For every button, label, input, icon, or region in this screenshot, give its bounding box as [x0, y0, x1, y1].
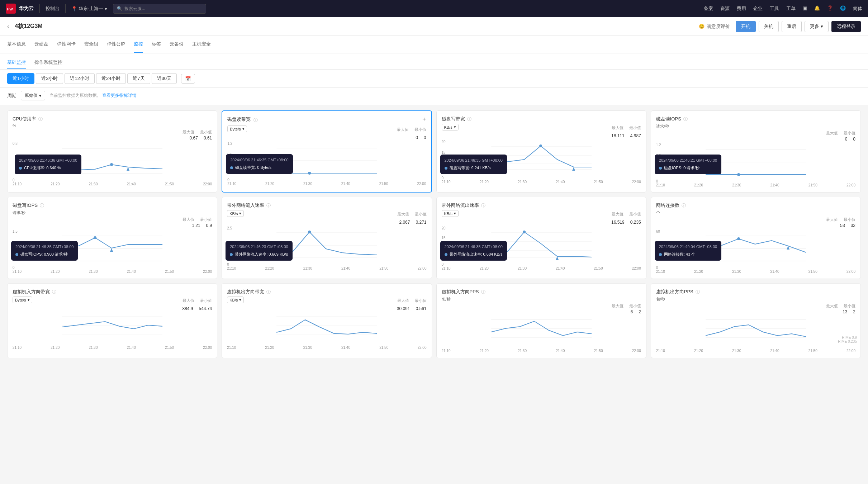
vm-out-bw-title: 虚拟机出方向带宽 [227, 289, 264, 295]
vm-in-pps-info-icon[interactable]: ⓘ [481, 289, 485, 295]
disk-write-bw-info-icon[interactable]: ⓘ [467, 116, 471, 122]
nav-link-enterprise[interactable]: 企业 [753, 5, 763, 12]
vm-in-pps-min: 2 [639, 309, 641, 314]
search-icon: 🔍 [117, 6, 122, 11]
svg-point-30 [308, 231, 311, 233]
vm-in-bw-unit-selector[interactable]: Byte/s▾ [13, 296, 32, 303]
vm-out-pps-x-axis: 21:1021:2021:3021:4021:5022:00 [656, 349, 855, 353]
tab-security-group[interactable]: 安全组 [84, 36, 98, 53]
vm-out-bw-info-icon[interactable]: ⓘ [266, 289, 271, 295]
period-selector[interactable]: 原始值 ▾ [21, 91, 45, 100]
net-in-unit-selector[interactable]: KB/s▾ [227, 210, 244, 217]
more-button[interactable]: 更多 ▾ [805, 21, 829, 32]
chart-net-conn: 网络连接数 ⓘ 个 最大值最小值 53 32 60 40 [651, 197, 861, 279]
svg-point-41 [737, 237, 740, 240]
vm-out-bw-min: 0.561 [416, 306, 426, 311]
net-conn-info-icon[interactable]: ⓘ [682, 203, 686, 209]
top-navigation: HW 华为云 控制台 📍 华东-上海一 ▾ 🔍 搜索云服... 备案 资源 费用… [0, 0, 868, 17]
tab-security[interactable]: 主机安全 [192, 36, 211, 53]
disk-read-iops-title: 磁盘读IOPS [656, 116, 681, 122]
sub-tab-os-monitor[interactable]: 操作系统监控 [34, 59, 62, 69]
tab-disk[interactable]: 云硬盘 [34, 36, 48, 53]
vm-out-bw-x-axis: 21:1021:2021:3021:4021:5022:00 [227, 346, 426, 350]
vm-out-pps-min: 2 [853, 309, 855, 314]
disk-write-iops-x-axis: 21:1021:2021:3021:4021:5022:00 [13, 270, 212, 274]
sub-tab-navigation: 基础监控 操作系统监控 [0, 53, 868, 70]
more-metrics-link[interactable]: 查看更多指标详情 [102, 93, 137, 98]
chevron-down-icon: ▾ [105, 6, 107, 11]
disk-write-iops-info-icon[interactable]: ⓘ [40, 203, 44, 209]
tab-tags[interactable]: 标签 [152, 36, 161, 53]
cpu-info-icon[interactable]: ⓘ [38, 116, 43, 122]
search-bar[interactable]: 🔍 搜索云服... [113, 4, 206, 14]
vm-out-pps-svg [656, 316, 855, 341]
calendar-button[interactable]: 📅 [181, 74, 195, 84]
bell-icon[interactable]: 🔔 [814, 5, 820, 12]
disk-read-iops-x-axis: 21:1021:2021:3021:4021:5022:00 [656, 183, 855, 187]
nav-link-fee[interactable]: 费用 [737, 5, 746, 12]
time-btn-24h[interactable]: 近24小时 [96, 73, 126, 84]
vm-in-bw-svg [13, 313, 212, 338]
chevron-down-icon: ▾ [821, 24, 823, 29]
nav-link-resource[interactable]: 资源 [720, 5, 730, 12]
net-conn-tooltip: 2024/09/06 21:49:04 GMT+08:00 网络连接数: 43 … [655, 241, 721, 261]
cpu-min-label: 最小值 [200, 129, 212, 135]
back-button[interactable]: ‹ [7, 23, 9, 30]
start-button[interactable]: 开机 [736, 21, 756, 32]
tab-monitor[interactable]: 监控 [134, 36, 143, 53]
brand-name: 华为云 [19, 5, 34, 12]
tab-navigation: 基本信息 云硬盘 弹性网卡 安全组 弹性公IP 监控 标签 云备份 主机安全 [0, 36, 868, 53]
vm-out-pps-title: 虚拟机出方向PPS [656, 289, 693, 295]
nav-link-console[interactable]: ▣ [803, 5, 807, 12]
svg-point-20 [737, 173, 740, 176]
sub-tab-basic-monitor[interactable]: 基础监控 [7, 59, 26, 69]
net-in-tooltip: 2024/09/06 21:46:23 GMT+08:00 带外网络流入速率: … [226, 241, 292, 261]
question-icon[interactable]: ❓ [827, 5, 833, 12]
more-label: 更多 [810, 23, 819, 30]
tab-eip[interactable]: 弹性公IP [107, 36, 125, 53]
vm-in-bw-info-icon[interactable]: ⓘ [52, 289, 56, 295]
disk-read-bw-unit-selector[interactable]: Byte/s▾ [227, 125, 247, 132]
region-selector[interactable]: 📍 华东-上海一 ▾ [71, 5, 107, 12]
disk-read-bw-min: 0 [424, 135, 426, 140]
chart-net-in: 带外网络流入速率 ⓘ KB/s▾ 最大值最小值 2.067 0.271 2.5 … [222, 197, 432, 279]
net-conn-min: 32 [851, 223, 855, 228]
time-btn-3h[interactable]: 近3小时 [36, 73, 63, 84]
lang-label[interactable]: 简体 [853, 5, 862, 12]
time-btn-1h[interactable]: 近1小时 [7, 73, 34, 84]
disk-read-iops-info-icon[interactable]: ⓘ [683, 116, 688, 122]
tab-nic[interactable]: 弹性网卡 [57, 36, 76, 53]
disk-read-bw-info-icon[interactable]: ⓘ [253, 117, 258, 123]
disk-write-bw-unit-selector[interactable]: KB/s▾ [442, 124, 459, 131]
nav-link-order[interactable]: 工单 [786, 5, 796, 12]
tab-backup[interactable]: 云备份 [170, 36, 184, 53]
time-btn-7d[interactable]: 近7天 [127, 73, 150, 84]
svg-marker-37 [556, 256, 559, 260]
globe-icon[interactable]: 🌐 [840, 5, 846, 12]
disk-read-iops-min: 0 [853, 137, 855, 142]
off-button[interactable]: 关机 [759, 21, 779, 32]
period-row: 周期 原始值 ▾ 当前监控数据为原始数据。 查看更多指标详情 [0, 88, 868, 105]
disk-write-bw-title: 磁盘写带宽 [442, 116, 465, 122]
net-out-info-icon[interactable]: ⓘ [481, 203, 485, 209]
disk-read-iops-max: 0 [845, 137, 848, 142]
tab-basic-info[interactable]: 基本信息 [7, 36, 26, 53]
vm-out-bw-unit-selector[interactable]: KB/s▾ [227, 296, 244, 303]
remote-login-button[interactable]: 远程登录 [831, 21, 861, 32]
time-btn-30d[interactable]: 近30天 [152, 73, 177, 84]
nav-link-tools[interactable]: 工具 [770, 5, 779, 12]
satisfaction-link[interactable]: 😊 满意度评价 [699, 23, 730, 30]
net-in-info-icon[interactable]: ⓘ [266, 203, 271, 209]
net-out-unit-selector[interactable]: KB/s▾ [442, 210, 459, 217]
chart-cpu: CPU使用率 ⓘ % 最大值 最小值 0.67 0.61 0.8 [7, 110, 217, 193]
control-panel-link[interactable]: 控制台 [46, 5, 60, 12]
time-btn-12h[interactable]: 近12小时 [65, 73, 94, 84]
satisfaction-label: 满意度评价 [707, 23, 730, 30]
restart-button[interactable]: 重启 [782, 21, 802, 32]
vm-out-pps-info-icon[interactable]: ⓘ [696, 289, 700, 295]
logo[interactable]: HW 华为云 [6, 4, 34, 14]
vm-out-pps-max: 13 [843, 309, 847, 314]
add-chart-button[interactable]: ＋ [421, 115, 427, 123]
disk-write-bw-max: 18.111 [611, 133, 625, 138]
nav-link-beian[interactable]: 备案 [704, 5, 713, 12]
